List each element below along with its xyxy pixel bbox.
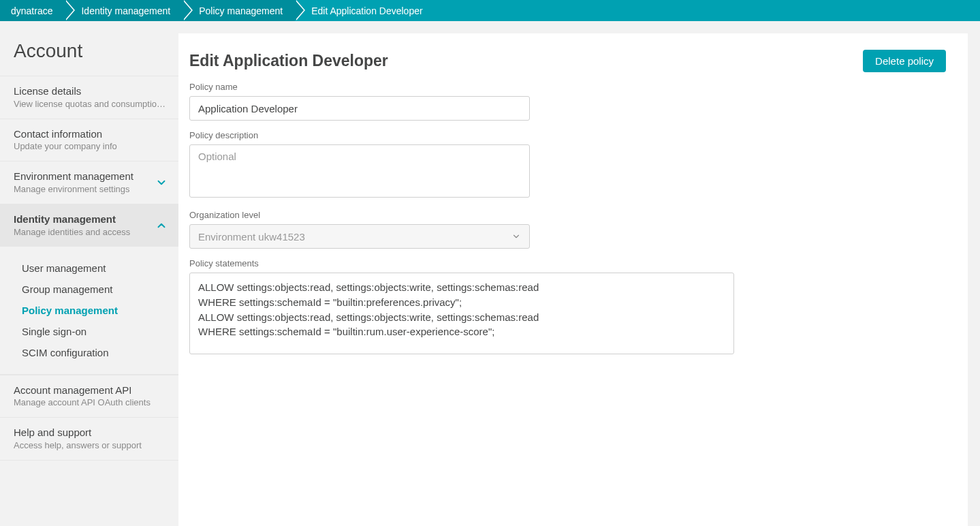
chevron-down-icon bbox=[511, 232, 521, 241]
main-panel: Edit Application Developer Delete policy… bbox=[178, 33, 968, 526]
organization-level-select[interactable]: Environment ukw41523 bbox=[189, 224, 530, 249]
field-policy-description: Policy description bbox=[189, 130, 946, 200]
sidebar-sub-user-mgmt[interactable]: User management bbox=[0, 258, 178, 279]
sidebar-item-license[interactable]: License details View license quotas and … bbox=[0, 76, 178, 119]
sidebar-sub-scim[interactable]: SCIM configuration bbox=[0, 342, 178, 363]
sidebar-item-contact[interactable]: Contact information Update your company … bbox=[0, 119, 178, 161]
sidebar-item-desc: Access help, answers or support bbox=[14, 439, 142, 452]
sidebar-item-desc: Manage identities and access bbox=[14, 226, 130, 238]
breadcrumb-item-policy[interactable]: Policy management bbox=[183, 0, 295, 21]
policy-name-input[interactable] bbox=[189, 96, 530, 121]
sidebar-item-desc: Manage environment settings bbox=[14, 183, 133, 196]
sidebar-item-title: Environment management bbox=[14, 170, 133, 183]
page-title: Edit Application Developer bbox=[189, 52, 388, 70]
label-policy-statements: Policy statements bbox=[189, 258, 946, 268]
breadcrumb-item-current: Edit Application Developer bbox=[295, 0, 434, 21]
policy-statements-input[interactable] bbox=[189, 273, 734, 354]
field-organization-level: Organization level Environment ukw41523 bbox=[189, 210, 946, 249]
chevron-up-icon bbox=[155, 219, 168, 232]
sidebar-sub-group-mgmt[interactable]: Group management bbox=[0, 279, 178, 300]
breadcrumb-item-identity[interactable]: Identity management bbox=[65, 0, 183, 21]
sidebar-item-environment[interactable]: Environment management Manage environmen… bbox=[0, 161, 178, 204]
sidebar-item-desc: View license quotas and consumption de… bbox=[14, 98, 168, 110]
breadcrumb-label: Edit Application Developer bbox=[311, 5, 422, 16]
breadcrumb-label: Identity management bbox=[81, 5, 170, 16]
sidebar-item-account-api[interactable]: Account management API Manage account AP… bbox=[0, 375, 178, 418]
sidebar-item-title: Contact information bbox=[14, 127, 117, 141]
chevron-down-icon bbox=[155, 176, 168, 189]
breadcrumb-label: Policy management bbox=[199, 5, 283, 16]
breadcrumb-item-root[interactable]: dynatrace bbox=[0, 0, 65, 21]
sidebar: Account License details View license quo… bbox=[0, 21, 178, 526]
sidebar-item-desc: Update your company info bbox=[14, 140, 117, 153]
breadcrumb-label: dynatrace bbox=[11, 5, 52, 16]
sidebar-item-title: Account management API bbox=[14, 384, 151, 397]
sidebar-item-title: License details bbox=[14, 84, 168, 98]
sidebar-sub-sso[interactable]: Single sign-on bbox=[0, 321, 178, 342]
sidebar-heading: Account bbox=[0, 21, 178, 76]
sidebar-sub-policy-mgmt[interactable]: Policy management bbox=[0, 300, 178, 321]
field-policy-statements: Policy statements bbox=[189, 258, 946, 357]
sidebar-subnav-identity: User management Group management Policy … bbox=[0, 247, 178, 375]
organization-level-value: Environment ukw41523 bbox=[198, 231, 305, 243]
label-policy-description: Policy description bbox=[189, 130, 946, 140]
sidebar-item-title: Identity management bbox=[14, 213, 130, 226]
sidebar-item-identity[interactable]: Identity management Manage identities an… bbox=[0, 204, 178, 247]
breadcrumb: dynatrace Identity management Policy man… bbox=[0, 0, 980, 21]
sidebar-item-desc: Manage account API OAuth clients bbox=[14, 397, 151, 409]
policy-description-input[interactable] bbox=[189, 144, 530, 198]
sidebar-item-title: Help and support bbox=[14, 426, 142, 439]
field-policy-name: Policy name bbox=[189, 82, 946, 121]
sidebar-item-help[interactable]: Help and support Access help, answers or… bbox=[0, 417, 178, 461]
label-organization-level: Organization level bbox=[189, 210, 946, 220]
delete-policy-button[interactable]: Delete policy bbox=[863, 50, 946, 72]
label-policy-name: Policy name bbox=[189, 82, 946, 92]
